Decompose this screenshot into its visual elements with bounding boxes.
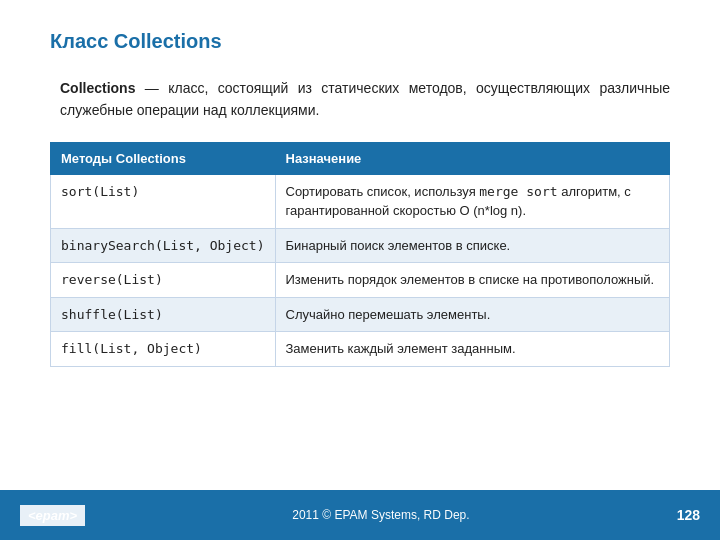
method-cell: reverse(List) [51, 263, 276, 298]
method-cell: shuffle(List) [51, 297, 276, 332]
description-cell: Случайно перемешать элементы. [275, 297, 670, 332]
description-text: — класс, состоящий из статических методо… [60, 80, 670, 118]
keyword-collections: Collections [60, 80, 135, 96]
method-cell: sort(List) [51, 174, 276, 228]
method-cell: binarySearch(List, Object) [51, 228, 276, 263]
col-header-purpose: Назначение [275, 142, 670, 174]
footer: <epam> 2011 © EPAM Systems, RD Dep. 128 [0, 490, 720, 540]
footer-page-number: 128 [677, 507, 700, 523]
description-cell: Сортировать список, используя merge sort… [275, 174, 670, 228]
table-row: fill(List, Object)Заменить каждый элемен… [51, 332, 670, 367]
footer-copyright: 2011 © EPAM Systems, RD Dep. [292, 508, 469, 522]
slide-title: Класс Collections [50, 30, 670, 53]
table-row: shuffle(List)Случайно перемешать элемент… [51, 297, 670, 332]
table-row: sort(List)Сортировать список, используя … [51, 174, 670, 228]
description-cell: Бинарный поиск элементов в списке. [275, 228, 670, 263]
method-cell: fill(List, Object) [51, 332, 276, 367]
methods-table: Методы Collections Назначение sort(List)… [50, 142, 670, 367]
table-row: reverse(List)Изменить порядок элементов … [51, 263, 670, 298]
footer-logo: <epam> [20, 505, 85, 526]
description-cell: Изменить порядок элементов в списке на п… [275, 263, 670, 298]
description-cell: Заменить каждый элемент заданным. [275, 332, 670, 367]
col-header-methods: Методы Collections [51, 142, 276, 174]
table-row: binarySearch(List, Object)Бинарный поиск… [51, 228, 670, 263]
slide-description: Collections — класс, состоящий из статич… [50, 77, 670, 122]
